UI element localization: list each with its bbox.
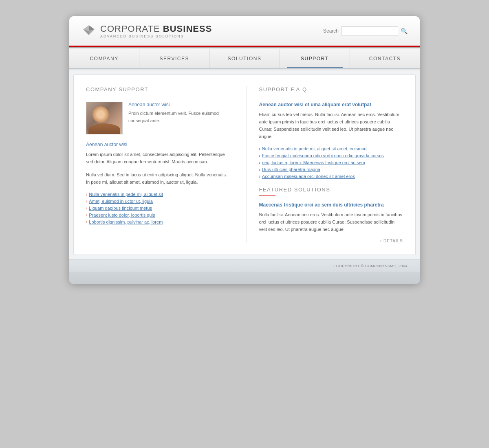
left-bullet-link-3[interactable]: Liquam dapibus tincidunt metus: [89, 206, 152, 211]
nav-bar: COMPANY SERVICES SOLUTIONS SUPPORT CONTA…: [69, 49, 420, 69]
logo-bold: BUSINESS: [163, 24, 212, 34]
left-bullet-link-5[interactable]: Lobortis dignissim, pulvinar ac, lorem: [89, 220, 163, 224]
faq-bullet-5: › Accumsan malesuada orci donec sit amet…: [259, 174, 403, 179]
left-section-divider: [86, 95, 102, 95]
logo-main: CORPORATE BUSINESS: [100, 24, 212, 34]
faq-bullet-list: › Nulla venenatis in pede mi, aliquet si…: [259, 146, 403, 179]
body-link-heading[interactable]: Aenean auctor wisi: [86, 142, 230, 147]
content-wrapper: COMPANY SUPPORT Aenean auctor wisi Proin…: [69, 70, 420, 259]
bottom-bar: [69, 272, 420, 284]
faq-bullet-link-1[interactable]: Nulla venenatis in pede mi, aliquet sit …: [262, 146, 367, 151]
faq-bullet-3: › nec, luctus a, lorem. Maecenas tristiq…: [259, 160, 403, 165]
nav-item-services[interactable]: SERVICES: [139, 49, 209, 68]
left-bullet-1: › Nulla venenatis in pede mi, aliquet si…: [86, 192, 230, 197]
logo-icon: [82, 24, 96, 38]
nav-item-company[interactable]: COMPANY: [69, 49, 139, 68]
faq-section-divider: [259, 95, 275, 95]
faq-bullet-arrow-2: ›: [259, 154, 260, 158]
bullet-arrow-4: ›: [86, 213, 87, 217]
left-bullet-4: › Praesent justo dolor, lobortis quis: [86, 213, 230, 217]
body-para1: Lorem ipsum dolor sit amet, consectetuer…: [86, 151, 230, 165]
bullet-arrow-1: ›: [86, 192, 87, 197]
search-area: Search 🔍: [323, 26, 408, 35]
faq-bullet-link-2[interactable]: Fusce feugiat malesuada odio vorbi nunc …: [262, 153, 384, 158]
faq-bullet-arrow-4: ›: [259, 167, 260, 172]
search-button[interactable]: 🔍: [401, 28, 408, 34]
faq-bullet-arrow-1: ›: [259, 147, 260, 151]
faq-bullet-arrow-5: ›: [259, 174, 260, 179]
faq-bullet-link-5[interactable]: Accumsan malesuada orci donec sit amet e…: [262, 174, 355, 179]
bullet-arrow-2: ›: [86, 199, 87, 204]
faq-bullet-2: › Fusce feugiat malesuada odio vorbi nun…: [259, 153, 403, 158]
left-bullet-3: › Liquam dapibus tincidunt metus: [86, 206, 230, 211]
content-inner: COMPANY SUPPORT Aenean auctor wisi Proin…: [73, 75, 416, 255]
page-wrapper: CORPORATE BUSINESS ADVANCED BUSINESS SOL…: [69, 16, 420, 284]
details-link[interactable]: › DETAILS: [259, 239, 403, 243]
featured-section-divider: [259, 195, 275, 195]
faq-bullet-4: › Duis ultricies pharetra magna: [259, 167, 403, 172]
search-input[interactable]: [341, 26, 398, 35]
featured-body: Nulla facilisi. Aenean nec eros. Vestibu…: [259, 211, 403, 233]
logo-area: CORPORATE BUSINESS ADVANCED BUSINESS SOL…: [82, 24, 212, 38]
left-bullet-5: › Lobortis dignissim, pulvinar ac, lorem: [86, 220, 230, 224]
footer-bar: › COPYRIGHT © COMPANYNAME, 2004: [69, 259, 420, 272]
faq-bullet-1: › Nulla venenatis in pede mi, aliquet si…: [259, 146, 403, 151]
logo-regular: CORPORATE: [100, 24, 163, 34]
faq-bullet-link-3[interactable]: nec, luctus a, lorem. Maecenas tristique…: [262, 160, 365, 165]
featured-section-title: FEATURED SOLUTIONS: [259, 187, 403, 193]
faq-heading[interactable]: Aenean auctor wisi et uma aliquam erat v…: [259, 102, 403, 108]
logo-subtitle: ADVANCED BUSINESS SOLUTIONS: [100, 34, 212, 38]
left-section-title: COMPANY SUPPORT: [86, 86, 230, 92]
body-para2: Nulla vel diam. Sed in lacus ut enim adi…: [86, 171, 230, 186]
faq-body: Etiam cursus leo vel metus. Nulla facili…: [259, 111, 403, 141]
faq-bullet-link-4[interactable]: Duis ultricies pharetra magna: [262, 167, 320, 172]
bullet-arrow-5: ›: [86, 220, 87, 224]
nav-item-contacts[interactable]: CONTACTS: [350, 49, 420, 68]
intro-block: Aenean auctor wisi Proin dictum elementu…: [86, 102, 230, 134]
left-column: COMPANY SUPPORT Aenean auctor wisi Proin…: [86, 86, 230, 243]
left-bullet-link-2[interactable]: Amet, euismod in uctor ut, ligula: [89, 199, 153, 204]
intro-para: Proin dictum elementum velit. Fusce euis…: [128, 110, 230, 124]
right-column: SUPPORT F.A.Q. Aenean auctor wisi et uma…: [247, 86, 403, 243]
left-bullet-link-4[interactable]: Praesent justo dolor, lobortis quis: [89, 213, 155, 217]
logo-text: CORPORATE BUSINESS ADVANCED BUSINESS SOL…: [100, 24, 212, 38]
intro-link[interactable]: Aenean auctor wisi: [128, 102, 230, 108]
intro-image: [86, 102, 123, 134]
header: CORPORATE BUSINESS ADVANCED BUSINESS SOL…: [69, 16, 420, 47]
left-bullet-2: › Amet, euismod in uctor ut, ligula: [86, 199, 230, 204]
nav-item-support[interactable]: SUPPORT: [280, 49, 350, 68]
featured-heading[interactable]: Maecenas tristique orci ac sem duis ultr…: [259, 202, 403, 208]
faq-section-title: SUPPORT F.A.Q.: [259, 86, 403, 92]
intro-text: Aenean auctor wisi Proin dictum elementu…: [128, 102, 230, 134]
footer-copyright: › COPYRIGHT © COMPANYNAME, 2004: [333, 264, 408, 268]
left-bullet-list: › Nulla venenatis in pede mi, aliquet si…: [86, 192, 230, 224]
search-label: Search: [323, 28, 339, 34]
nav-item-solutions[interactable]: SOLUTIONS: [209, 49, 280, 68]
faq-bullet-arrow-3: ›: [259, 160, 260, 165]
left-bullet-link-1[interactable]: Nulla venenatis in pede mi, aliquet sit: [89, 192, 163, 197]
bullet-arrow-3: ›: [86, 206, 87, 211]
